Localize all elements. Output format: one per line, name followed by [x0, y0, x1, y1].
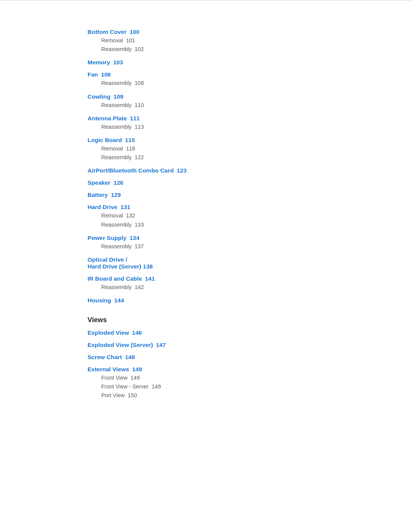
toc-subitem-page-antenna-plate-0: 113	[135, 123, 144, 131]
toc-page-fan: 106	[101, 71, 111, 78]
toc-heading-airport-bluetooth[interactable]: AirPort/Bluetooth Combo Card123	[88, 167, 411, 174]
toc-heading-cowling[interactable]: Cowling109	[88, 93, 411, 100]
toc-heading-optical-drive[interactable]: Optical Drive /Hard Drive (Server) 138	[88, 256, 411, 270]
toc-heading-memory[interactable]: Memory103	[88, 59, 411, 66]
toc-subitem-external-views-1[interactable]: Front View - Server149	[101, 382, 411, 391]
toc-label-line1-optical-drive: Optical Drive /	[88, 256, 127, 263]
toc-label-exploded-view: Exploded View	[88, 329, 129, 336]
toc-label-power-supply: Power Supply	[88, 235, 127, 241]
toc-subitem-page-external-views-2: 150	[128, 391, 137, 400]
toc-section-external-views: External Views149Front View149Front View…	[88, 366, 411, 400]
toc-page-airport-bluetooth: 123	[177, 167, 186, 174]
toc-page-exploded-view: 146	[132, 329, 142, 336]
toc-page-external-views: 149	[132, 366, 142, 373]
toc-subitem-external-views-0[interactable]: Front View149	[101, 374, 411, 382]
toc-label-cowling: Cowling	[88, 93, 110, 100]
toc-subitem-page-cowling-0: 110	[135, 101, 144, 110]
toc-section-cowling: Cowling109Reassembly110	[88, 93, 411, 110]
toc-heading-power-supply[interactable]: Power Supply134	[88, 235, 411, 241]
toc-heading-screw-chart[interactable]: Screw Chart148	[88, 354, 411, 361]
toc-subitem-label-antenna-plate-0: Reassembly	[101, 123, 132, 131]
views-container: Exploded View146Exploded View (Server)14…	[88, 329, 411, 400]
toc-label-memory: Memory	[88, 59, 110, 66]
toc-heading-logic-board[interactable]: Logic Board115	[88, 137, 411, 144]
toc-subitem-ir-board-0[interactable]: Reassembly142	[101, 283, 411, 292]
toc-heading-battery[interactable]: Battery129	[88, 192, 411, 198]
toc-subitem-label-external-views-2: Port View	[101, 391, 125, 400]
toc-subitem-page-bottom-cover-1: 102	[135, 45, 144, 54]
toc-section-power-supply: Power Supply134Reassembly137	[88, 235, 411, 251]
toc-heading-ir-board[interactable]: IR Board and Cable141	[88, 275, 411, 282]
toc-heading-hard-drive[interactable]: Hard Drive131	[88, 204, 411, 211]
toc-heading-housing[interactable]: Housing144	[88, 297, 411, 304]
toc-subitem-cowling-0[interactable]: Reassembly110	[101, 101, 411, 110]
toc-page-cowling: 109	[113, 93, 123, 100]
toc-label-housing: Housing	[88, 297, 111, 304]
toc-subitem-page-logic-board-1: 122	[135, 153, 144, 162]
toc-page-ir-board: 141	[145, 275, 155, 282]
toc-page-housing: 144	[114, 297, 124, 304]
toc-subitem-power-supply-0[interactable]: Reassembly137	[101, 242, 411, 251]
toc-subitem-label-logic-board-1: Reassembly	[101, 153, 132, 162]
toc-heading-fan[interactable]: Fan106	[88, 71, 411, 78]
toc-heading-exploded-view-server[interactable]: Exploded View (Server)147	[88, 342, 411, 348]
toc-subitem-page-external-views-1: 149	[152, 382, 161, 391]
toc-subitem-bottom-cover-1[interactable]: Reassembly102	[101, 45, 411, 54]
toc-subitem-external-views-2[interactable]: Port View150	[101, 391, 411, 400]
toc-section-optical-drive: Optical Drive /Hard Drive (Server) 138	[88, 256, 411, 270]
toc-label-speaker: Speaker	[88, 179, 110, 186]
toc-subitem-hard-drive-1[interactable]: Reassembly133	[101, 220, 411, 229]
toc-subitem-label-hard-drive-1: Reassembly	[101, 220, 132, 229]
toc-label-screw-chart: Screw Chart	[88, 354, 122, 361]
toc-section-logic-board: Logic Board115Removal116Reassembly122	[88, 137, 411, 162]
toc-page-power-supply: 134	[130, 235, 140, 241]
toc-section-bottom-cover: Bottom Cover100Removal101Reassembly102	[88, 29, 411, 54]
toc-subitem-page-ir-board-0: 142	[135, 283, 144, 292]
toc-subitem-hard-drive-0[interactable]: Removal132	[101, 211, 411, 220]
toc-label-antenna-plate: Antenna Plate	[88, 115, 127, 122]
toc-heading-bottom-cover[interactable]: Bottom Cover100	[88, 29, 411, 35]
toc-container: Bottom Cover100Removal101Reassembly102Me…	[88, 29, 411, 304]
toc-page-battery: 129	[111, 192, 121, 198]
toc-label-logic-board: Logic Board	[88, 137, 122, 144]
toc-section-exploded-view-server: Exploded View (Server)147	[88, 342, 411, 348]
toc-section-airport-bluetooth: AirPort/Bluetooth Combo Card123	[88, 167, 411, 174]
toc-subitem-fan-0[interactable]: Reassembly108	[101, 79, 411, 88]
toc-content: Bottom Cover100Removal101Reassembly102Me…	[0, 0, 411, 423]
toc-page-speaker: 126	[113, 179, 123, 186]
toc-subitem-page-power-supply-0: 137	[135, 242, 144, 251]
toc-heading-exploded-view[interactable]: Exploded View146	[88, 329, 411, 336]
toc-subitem-label-fan-0: Reassembly	[101, 79, 132, 88]
toc-heading-antenna-plate[interactable]: Antenna Plate111	[88, 115, 411, 122]
toc-subitem-page-logic-board-0: 116	[126, 144, 135, 153]
toc-subitem-page-external-views-0: 149	[131, 374, 140, 382]
toc-subitem-logic-board-1[interactable]: Reassembly122	[101, 153, 411, 162]
toc-subitem-bottom-cover-0[interactable]: Removal101	[101, 36, 411, 45]
toc-section-hard-drive: Hard Drive131Removal132Reassembly133	[88, 204, 411, 229]
toc-subitem-label-external-views-1: Front View - Server	[101, 382, 149, 391]
toc-subitem-label-power-supply-0: Reassembly	[101, 242, 132, 251]
toc-page-logic-board: 115	[125, 137, 135, 144]
toc-label-line2-optical-drive: Hard Drive (Server)	[88, 263, 141, 270]
toc-section-speaker: Speaker126	[88, 179, 411, 186]
toc-subitem-page-hard-drive-1: 133	[135, 220, 144, 229]
toc-heading-speaker[interactable]: Speaker126	[88, 179, 411, 186]
toc-page-optical-drive: 138	[143, 263, 153, 270]
toc-heading-external-views[interactable]: External Views149	[88, 366, 411, 373]
toc-label-ir-board: IR Board and Cable	[88, 275, 142, 282]
toc-label-hard-drive: Hard Drive	[88, 204, 117, 211]
views-section-label: Views	[88, 316, 411, 324]
toc-subitem-label-hard-drive-0: Removal	[101, 211, 123, 220]
toc-page-bottom-cover: 100	[129, 29, 139, 35]
toc-subitem-logic-board-0[interactable]: Removal116	[101, 144, 411, 153]
toc-page-hard-drive: 131	[120, 204, 130, 211]
toc-subitem-antenna-plate-0[interactable]: Reassembly113	[101, 123, 411, 131]
toc-subitem-label-cowling-0: Reassembly	[101, 101, 132, 110]
toc-section-housing: Housing144	[88, 297, 411, 304]
toc-section-fan: Fan106Reassembly108	[88, 71, 411, 88]
toc-label-external-views: External Views	[88, 366, 129, 373]
toc-page-screw-chart: 148	[125, 354, 135, 361]
toc-subitem-page-bottom-cover-0: 101	[126, 36, 135, 45]
toc-section-exploded-view: Exploded View146	[88, 329, 411, 336]
toc-label-exploded-view-server: Exploded View (Server)	[88, 342, 153, 348]
